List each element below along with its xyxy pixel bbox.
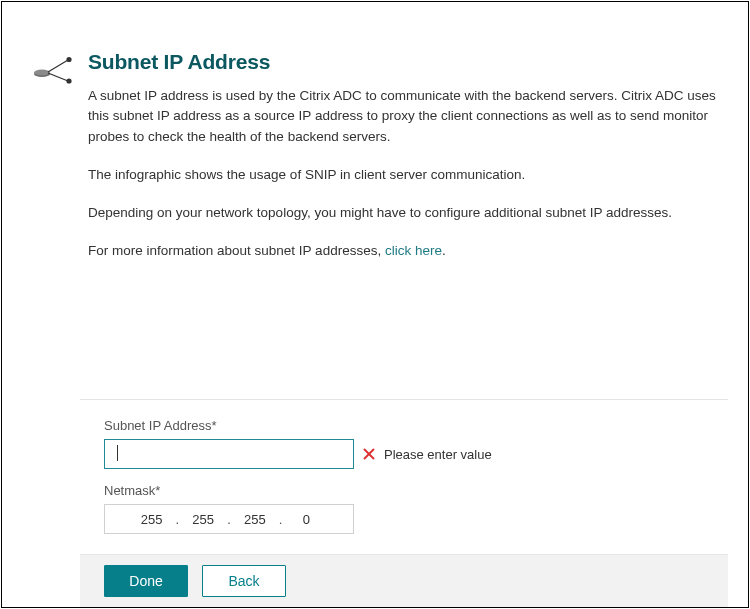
svg-line-2 [48, 60, 68, 72]
intro-paragraph-2: The infographic shows the usage of SNIP … [88, 165, 716, 185]
netmask-octet-1[interactable] [134, 512, 170, 527]
netmask-octet-2[interactable] [185, 512, 221, 527]
dialog-frame: Subnet IP Address A subnet IP address is… [1, 1, 749, 608]
done-button[interactable]: Done [104, 565, 188, 597]
intro-paragraph-1: A subnet IP address is used by the Citri… [88, 86, 716, 147]
more-info-pre: For more information about subnet IP add… [88, 243, 385, 258]
netmask-input[interactable]: . . . [104, 504, 354, 534]
svg-point-4 [66, 57, 71, 62]
netmask-octet-4[interactable] [288, 512, 324, 527]
form-section: Subnet IP Address* Please enter value Ne… [2, 399, 748, 607]
netmask-label: Netmask* [104, 483, 704, 498]
error-message: Please enter value [384, 447, 492, 462]
subnet-ip-row: Please enter value [104, 439, 704, 469]
back-button[interactable]: Back [202, 565, 286, 597]
intro-paragraph-4: For more information about subnet IP add… [88, 241, 716, 261]
intro-paragraph-3: Depending on your network topology, you … [88, 203, 716, 223]
octet-separator: . [279, 512, 283, 527]
netmask-octet-3[interactable] [237, 512, 273, 527]
octet-separator: . [227, 512, 231, 527]
header-row: Subnet IP Address A subnet IP address is… [34, 50, 716, 280]
octet-separator: . [176, 512, 180, 527]
text-column: Subnet IP Address A subnet IP address is… [88, 50, 716, 280]
more-info-post: . [442, 243, 446, 258]
error-x-icon [362, 447, 376, 461]
text-caret [117, 445, 118, 461]
svg-line-3 [48, 73, 68, 81]
content-area: Subnet IP Address A subnet IP address is… [2, 2, 748, 280]
subnet-ip-label: Subnet IP Address* [104, 418, 704, 433]
button-bar: Done Back [80, 555, 728, 607]
subnet-ip-input[interactable] [104, 439, 354, 469]
svg-point-1 [34, 70, 50, 76]
more-info-link[interactable]: click here [385, 243, 442, 258]
svg-point-5 [66, 78, 71, 83]
form-inner: Subnet IP Address* Please enter value Ne… [80, 399, 728, 555]
page-title: Subnet IP Address [88, 50, 716, 74]
network-share-icon [34, 56, 74, 88]
